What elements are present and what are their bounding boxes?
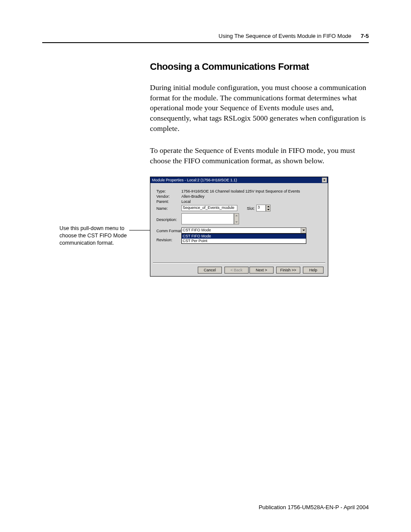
back-button[interactable]: < Back [224,267,249,274]
comm-format-dropdown[interactable]: CST FIFO Mode [181,227,306,233]
help-button[interactable]: Help [303,267,324,274]
name-label: Name: [156,206,168,211]
comm-option-cst-fifo[interactable]: CST FIFO Mode [182,234,306,239]
close-button[interactable]: × [322,177,327,183]
header-rule [42,42,369,43]
vendor-label: Vendor: [156,194,170,199]
type-value: 1756-IH16ISOE 16 Channel Isolated 125V I… [181,189,300,193]
finish-button[interactable]: Finish >> [276,267,300,274]
chevron-down-icon [301,228,306,233]
back-label: < Back [230,268,243,272]
body-paragraph-1: During initial module configuration, you… [150,83,370,134]
slot-value: 3 [258,205,260,209]
name-input[interactable]: Sequence_of_Events_module [181,205,237,211]
vendor-value: Allen-Bradley [181,194,205,199]
dialog-titlebar: Module Properties - Local:2 (1756-IH16IS… [150,177,328,183]
revision-label: Revision: [156,238,172,242]
parent-value: Local [181,199,191,204]
name-value: Sequence_of_Events_module [183,205,234,210]
comm-format-option-list[interactable]: CST FIFO Mode CST Per Point [181,233,306,244]
page-number: 7-5 [361,33,369,39]
close-icon: × [323,178,325,182]
description-input[interactable] [181,213,234,224]
cancel-label: Cancel [204,268,216,272]
page-header: Using The Sequence of Events Module in F… [218,33,369,39]
cancel-button[interactable]: Cancel [198,267,222,274]
finish-label: Finish >> [280,268,296,272]
comm-option-cst-per-point[interactable]: CST Per Point [182,239,306,243]
dialog-separator [153,262,325,264]
section-heading: Choosing a Communications Format [150,61,309,72]
next-button[interactable]: Next > [249,267,274,274]
next-label: Next > [256,268,267,272]
slot-input[interactable]: 3 [256,205,266,212]
comm-format-value: CST FIFO Mode [183,228,211,232]
type-label: Type: [156,189,166,193]
callout-text: Use this pull-down menu to choose the CS… [59,225,128,247]
publication-footer: Publication 1756-UM528A-EN-P - April 200… [258,504,369,510]
module-properties-dialog: Module Properties - Local:2 (1756-IH16IS… [150,177,328,277]
slot-label: Slot: [247,206,255,211]
dialog-title: Module Properties - Local:2 (1756-IH16IS… [152,178,237,182]
comm-format-label: Comm Format: [156,229,182,233]
help-label: Help [309,268,318,272]
chapter-title: Using The Sequence of Events Module in F… [218,33,351,39]
slot-spinner[interactable] [266,205,271,212]
body-paragraph-2: To operate the Sequence of Events module… [150,146,370,166]
description-scrollbar[interactable] [234,213,239,224]
description-label: Description: [156,218,177,222]
parent-label: Parent: [156,199,169,204]
